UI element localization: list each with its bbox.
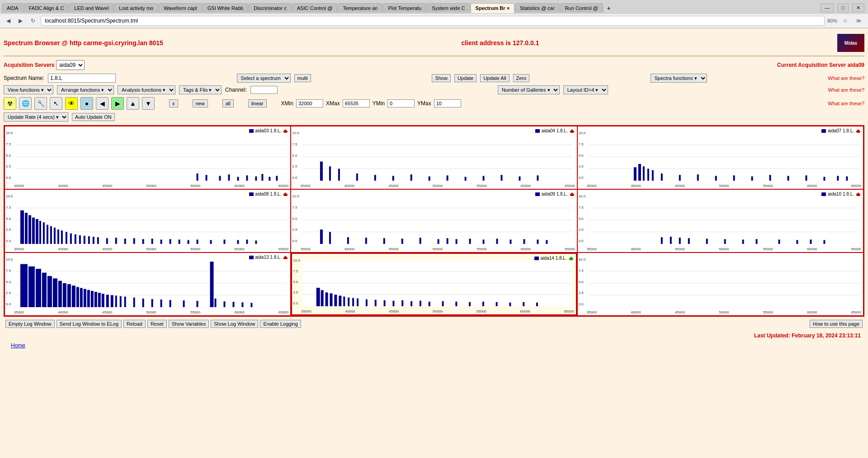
- svg-rect-151: [102, 294, 104, 307]
- chart-aida07-plot: [589, 133, 859, 181]
- chart-aida14-xaxis: 35000400004500050000550006000065000: [301, 309, 574, 313]
- channel-input[interactable]: [250, 86, 278, 94]
- acq-server-select[interactable]: aida09: [56, 60, 85, 70]
- more-button[interactable]: ≫: [853, 17, 864, 25]
- reload-button[interactable]: ↻: [28, 17, 38, 25]
- arrow-right-icon-btn[interactable]: ▶: [111, 97, 124, 110]
- close-button[interactable]: ✕: [852, 4, 864, 12]
- svg-rect-139: [53, 278, 57, 307]
- update-button[interactable]: Update: [454, 74, 476, 82]
- browser-chrome: AIDA FADC Align & C LED and Wavel Lost a…: [0, 0, 868, 28]
- minimize-button[interactable]: —: [821, 4, 834, 12]
- how-to-button[interactable]: How to use this page: [810, 320, 863, 328]
- chart-aida13[interactable]: aida13 1.8.L. ◆ 10.07.55.02.50.0: [5, 252, 291, 316]
- svg-rect-182: [352, 298, 354, 306]
- svg-rect-136: [36, 269, 41, 307]
- chart-aida08[interactable]: aida08 1.8.L. ◆ 10.07.55.02.50.0: [5, 189, 291, 252]
- chart-aida03[interactable]: aida03 1.8.L. ◆ 10.07.55.02.50.0: [5, 126, 291, 189]
- zero-button[interactable]: Zero: [513, 74, 530, 82]
- xmin-input[interactable]: [296, 99, 323, 107]
- tools-icon-btn[interactable]: 🔧: [34, 97, 47, 110]
- tab-asic[interactable]: ASIC Control @: [292, 3, 337, 13]
- back-button[interactable]: ◀: [4, 17, 13, 25]
- circle-icon-btn[interactable]: ●: [80, 97, 93, 110]
- arrange-functions-dropdown[interactable]: Arrange functions ▾: [57, 85, 114, 94]
- show-button[interactable]: Show: [432, 74, 451, 82]
- tags-fits-dropdown[interactable]: Tags & Fits ▾: [179, 85, 222, 94]
- number-of-galleries-dropdown[interactable]: Number of Galleries ▾: [498, 85, 560, 94]
- spectrum-name-input[interactable]: [48, 74, 116, 83]
- enable-logging-button[interactable]: Enable Logging: [260, 320, 301, 328]
- url-input[interactable]: [41, 16, 825, 26]
- svg-rect-48: [787, 176, 789, 181]
- view-functions-dropdown[interactable]: View functions ▾: [4, 85, 53, 94]
- tab-led[interactable]: LED and Wavel: [69, 3, 113, 13]
- tab-disc[interactable]: Discriminator c: [249, 3, 292, 13]
- chart-aida10-yaxis: 10.07.55.02.50.0: [579, 194, 586, 243]
- new-button[interactable]: new: [193, 99, 208, 107]
- client-address: client address is 127.0.0.1: [461, 39, 539, 47]
- spectra-functions-dropdown[interactable]: Spectra functions ▾: [651, 74, 707, 83]
- maximize-button[interactable]: □: [837, 4, 849, 12]
- what-link-2[interactable]: What are these?: [828, 87, 864, 93]
- multi-button[interactable]: multi: [294, 74, 311, 82]
- arrow-down-icon-btn[interactable]: ▼: [142, 97, 155, 110]
- chart-aida10[interactable]: aida10 1.8.L. ◆ 10.07.55.02.50.0: [577, 189, 863, 252]
- tab-spectrum[interactable]: Spectrum Br ×: [471, 3, 515, 13]
- svg-rect-178: [335, 295, 337, 307]
- reload-button[interactable]: Reload: [123, 320, 146, 328]
- empty-log-button[interactable]: Empty Log Window: [5, 320, 55, 328]
- chart-aida07[interactable]: aida07 1.8.L. ◆ 10.07.55.02.50.0: [577, 126, 863, 189]
- tab-aida[interactable]: AIDA: [2, 3, 24, 13]
- svg-rect-112: [537, 239, 539, 244]
- bookmark-button[interactable]: ☆: [840, 17, 850, 25]
- tab-lost[interactable]: Lost activity mo: [114, 3, 158, 13]
- auto-update-button[interactable]: Auto Update ON: [72, 113, 115, 121]
- forward-button[interactable]: ▶: [16, 17, 25, 25]
- tab-add-button[interactable]: +: [604, 3, 614, 14]
- eye-icon-btn[interactable]: 👁: [65, 97, 78, 110]
- page-content: Spectrum Browser @ http carme-gsi.cryrin…: [0, 28, 868, 354]
- ymin-input[interactable]: [387, 99, 415, 107]
- arrow-up-icon-btn[interactable]: ▲: [127, 97, 139, 110]
- x-button[interactable]: x: [169, 99, 178, 107]
- xmax-input[interactable]: [343, 99, 370, 107]
- update-rate-dropdown[interactable]: Update Rate (4 secs) ▾: [4, 112, 68, 122]
- send-log-button[interactable]: Send Log Window to ELog: [57, 320, 122, 328]
- select-spectrum-dropdown[interactable]: Select a spectrum: [237, 74, 291, 83]
- radiation-icon-btn[interactable]: ☢: [4, 97, 16, 110]
- cursor-icon-btn[interactable]: ↖: [50, 97, 62, 110]
- chart-aida09[interactable]: aida09 1.8.L. ◆ 10.07.55.02.50.0: [291, 189, 577, 252]
- tab-stats[interactable]: Statistics @ car: [515, 3, 560, 13]
- tab-system[interactable]: System wide C: [427, 3, 470, 13]
- svg-rect-190: [420, 301, 421, 306]
- chart-aida03-xaxis: 35000400004500050000550006000065000: [14, 184, 288, 188]
- chart-aida04[interactable]: aida04 1.8.L. ◆ 10.07.55.02.50.0: [291, 126, 577, 189]
- svg-rect-185: [375, 300, 377, 306]
- all-button[interactable]: all: [222, 99, 234, 107]
- svg-rect-176: [326, 292, 328, 306]
- home-link[interactable]: Home: [7, 341, 29, 351]
- tab-fadc[interactable]: FADC Align & C: [24, 3, 69, 13]
- tab-plot[interactable]: Plot Temperatu: [383, 3, 426, 13]
- tab-gsi[interactable]: GSI White Rabb: [203, 3, 248, 13]
- tab-temp[interactable]: Temperature an: [338, 3, 382, 13]
- tab-run[interactable]: Run Control @: [560, 3, 603, 13]
- reset-button[interactable]: Reset: [147, 320, 167, 328]
- linear-button[interactable]: linear: [248, 99, 267, 107]
- globe-icon-btn[interactable]: 🌐: [19, 97, 32, 110]
- show-variables-button[interactable]: Show Variables: [169, 320, 209, 328]
- arrow-left-icon-btn[interactable]: ◀: [96, 97, 108, 110]
- what-link-1[interactable]: What are these?: [828, 75, 864, 81]
- ymax-input[interactable]: [434, 99, 461, 107]
- show-log-button[interactable]: Show Log Window: [211, 320, 258, 328]
- svg-rect-10: [255, 176, 257, 181]
- what-link-3[interactable]: What are these?: [828, 101, 864, 106]
- chart-aida14[interactable]: aida14 1.8.L. ◆ 10.07.55.02.50.0: [291, 252, 577, 316]
- layout-dropdown[interactable]: Layout ID=4 ▾: [563, 85, 608, 94]
- update-all-button[interactable]: Update All: [480, 74, 509, 82]
- tab-waveform[interactable]: Waveform capt: [159, 3, 202, 13]
- svg-rect-23: [392, 176, 394, 181]
- svg-rect-199: [536, 303, 538, 306]
- analysis-functions-dropdown[interactable]: Analysis functions ▾: [118, 85, 175, 94]
